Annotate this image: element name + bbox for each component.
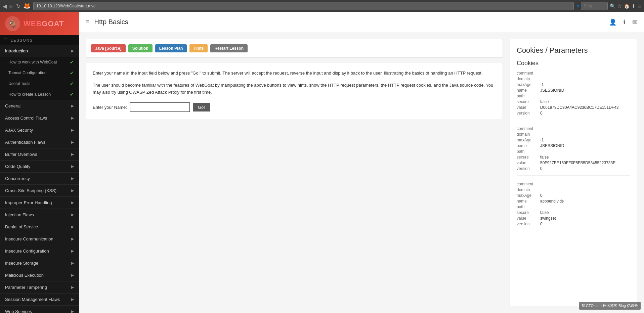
chevron-right-icon-8: ▶	[71, 188, 74, 193]
cookie-row: domain	[517, 77, 630, 81]
check-icon-0: ✔	[70, 59, 74, 65]
app-container: 🐐 WEBGOAT ☰ LESSONS Introduction ▶ How t…	[0, 12, 644, 313]
browser-back-button[interactable]: ◀	[3, 3, 7, 9]
browser-forward-button[interactable]: ▶	[9, 3, 13, 9]
cookie-value: acopendivids	[540, 199, 564, 204]
chevron-right-icon-4: ▶	[71, 140, 74, 144]
cookie-key: value	[517, 105, 537, 110]
sidebar-subitems-introduction: How to work with WebGoat ✔ Tomcat Config…	[0, 57, 79, 100]
cookie-row: name JSESSIONID	[517, 88, 630, 93]
sidebar-item-buffer[interactable]: Buffer Overflows ▶	[0, 148, 79, 160]
mail-icon[interactable]: ✉	[632, 18, 637, 26]
sidebar-section-buffer: Buffer Overflows ▶	[0, 148, 79, 161]
magnifier-icon[interactable]: 🔍	[610, 3, 615, 9]
address-bar[interactable]	[33, 2, 574, 10]
chevron-right-icon-5: ▶	[71, 152, 74, 156]
browser-refresh-button[interactable]: ↻	[16, 3, 20, 9]
cookie-key: value	[517, 216, 537, 221]
sidebar-item-insecure-config[interactable]: Insecure Configuration ▶	[0, 245, 79, 257]
sidebar-item-ajax[interactable]: AJAX Security ▶	[0, 124, 79, 136]
user-icon[interactable]: 👤	[609, 18, 616, 26]
sidebar-subitem-useful-tools[interactable]: Useful Tools ✔	[0, 78, 79, 89]
sidebar-item-general[interactable]: General ▶	[0, 100, 79, 112]
cookie-key: comment	[517, 182, 537, 186]
cookie-row: comment	[517, 126, 630, 131]
sidebar-section-insecure-comm: Insecure Communication ▶	[0, 233, 79, 245]
sidebar-item-web-services[interactable]: Web Services ▶	[0, 306, 79, 313]
star-icon[interactable]: ☆	[617, 3, 622, 9]
sidebar-item-injection[interactable]: Injection Flaws ▶	[0, 209, 79, 221]
sidebar-section-general: General ▶	[0, 100, 79, 112]
cookie-block-0: comment domain maxAge -1 name JSESSIONID	[517, 71, 630, 120]
info-icon[interactable]: ℹ	[623, 18, 626, 26]
cookie-value: false	[540, 210, 549, 215]
hamburger-icon: ☰	[4, 38, 8, 42]
lessons-header: ☰ LESSONS	[0, 35, 79, 45]
name-input-row: Enter your Name: Go!	[93, 102, 496, 112]
sidebar-subitem-tomcat[interactable]: Tomcat Configuration ✔	[0, 68, 79, 78]
sidebar-subitem-create-lesson[interactable]: How to create a Lesson ✔	[0, 89, 79, 100]
sidebar-item-concurrency[interactable]: Concurrency ▶	[0, 173, 79, 184]
chevron-right-icon-10: ▶	[71, 213, 74, 217]
java-source-button[interactable]: Java [Source]	[91, 44, 126, 52]
sidebar-item-xss[interactable]: Cross-Site Scripting (XSS) ▶	[0, 185, 79, 196]
cookie-key: maxAge	[517, 82, 537, 87]
home-icon[interactable]: 🏠	[624, 3, 630, 9]
cookies-panel-title: Cookies / Parameters	[517, 46, 630, 55]
sidebar-item-code-quality[interactable]: Code Quality ▶	[0, 161, 79, 172]
sidebar-section-access-control: Access Control Flaws ▶	[0, 112, 79, 124]
cookie-row: path	[517, 94, 630, 98]
sidebar-subitem-how-to-work[interactable]: How to work with WebGoat ✔	[0, 57, 79, 68]
cookie-key: domain	[517, 77, 537, 81]
hamburger-button[interactable]: ≡	[86, 18, 89, 26]
cookie-key: name	[517, 199, 537, 204]
sidebar-section-concurrency: Concurrency ▶	[0, 173, 79, 185]
chevron-right-icon-2: ▶	[71, 116, 74, 120]
restart-lesson-button[interactable]: Restart Lesson	[210, 44, 248, 52]
chevron-right-icon-14: ▶	[71, 261, 74, 265]
cookie-value: 0	[540, 222, 543, 226]
lesson-plan-button[interactable]: Lesson Plan	[155, 44, 187, 52]
cookie-value: 50F927EE150FF0F5FB5D53455223733E	[540, 161, 615, 165]
cookie-row: path	[517, 149, 630, 154]
sidebar-section-error-handling: Improper Error Handling ▶	[0, 197, 79, 209]
cookie-row: version 0	[517, 111, 630, 116]
sidebar-item-authentication[interactable]: Authentication Flaws ▶	[0, 136, 79, 148]
chevron-right-icon-12: ▶	[71, 237, 74, 241]
chevron-right-icon-18: ▶	[71, 309, 74, 313]
cookie-key: version	[517, 166, 537, 171]
cookie-key: maxAge	[517, 138, 537, 142]
sidebar-item-error-handling[interactable]: Improper Error Handling ▶	[0, 197, 79, 209]
cookie-value: false	[540, 155, 549, 160]
sidebar-item-dos[interactable]: Denial of Service ▶	[0, 221, 79, 233]
sidebar-item-malicious[interactable]: Malicious Execution ▶	[0, 269, 79, 281]
sidebar-item-insecure-comm[interactable]: Insecure Communication ▶	[0, 233, 79, 245]
sidebar-item-parameter[interactable]: Parameter Tampering ▶	[0, 281, 79, 293]
hints-button[interactable]: Hints	[189, 44, 208, 52]
sidebar-item-insecure-storage[interactable]: Insecure Storage ▶	[0, 257, 79, 269]
cookie-row: domain	[517, 187, 630, 192]
chevron-right-icon: ▶	[71, 104, 74, 108]
menu-icon[interactable]: ≡	[638, 3, 641, 10]
cookie-key: value	[517, 161, 537, 165]
sidebar-item-session[interactable]: Session Management Flaws ▶	[0, 294, 79, 305]
chevron-right-icon-16: ▶	[71, 285, 74, 289]
solution-button[interactable]: Solution	[128, 44, 153, 52]
download-icon[interactable]: ⬇	[632, 3, 636, 9]
cookie-value: false	[540, 99, 549, 104]
cookie-row: value D061979DC90A4AC9236BC17DE151DF43	[517, 105, 630, 110]
sidebar-section-insecure-storage: Insecure Storage ▶	[0, 257, 79, 269]
cookie-row: name acopendivids	[517, 199, 630, 204]
search-input[interactable]	[581, 2, 608, 10]
cookie-value: JSESSIONID	[540, 88, 564, 93]
cookie-row: maxAge 0	[517, 193, 630, 198]
cookie-key: domain	[517, 132, 537, 137]
sidebar-item-access-control[interactable]: Access Control Flaws ▶	[0, 112, 79, 124]
chevron-right-icon-3: ▶	[71, 128, 74, 132]
go-button[interactable]: Go!	[193, 103, 210, 111]
sidebar-section-introduction: Introduction ▶ How to work with WebGoat …	[0, 45, 79, 100]
name-input[interactable]	[130, 102, 190, 112]
check-icon-3: ✔	[70, 92, 74, 97]
sidebar-section-injection: Injection Flaws ▶	[0, 209, 79, 221]
sidebar-item-introduction[interactable]: Introduction ▶	[0, 45, 79, 57]
